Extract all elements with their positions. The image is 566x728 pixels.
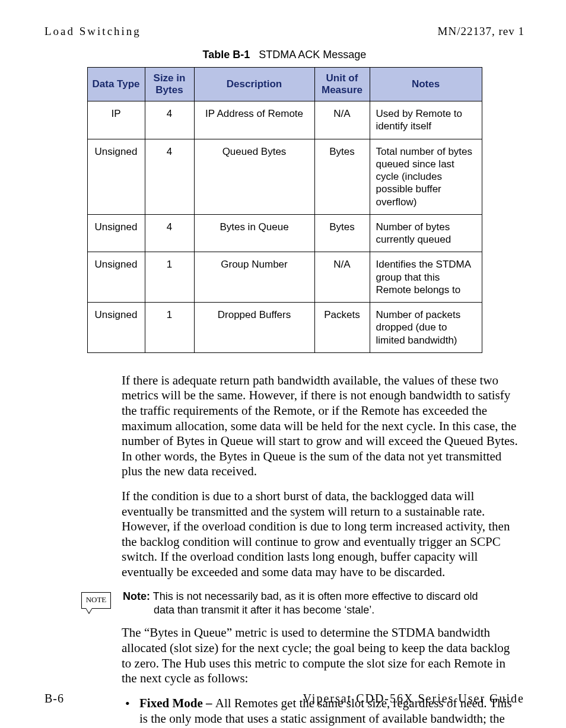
cell-size: 4 — [145, 101, 194, 139]
th-data-type: Data Type — [87, 68, 145, 101]
note-flag-icon: NOTE — [81, 592, 111, 609]
table-caption-label: Table B-1 — [203, 49, 250, 61]
body-content: If there is adequate return path bandwid… — [122, 373, 520, 728]
page-header: Load Switching MN/22137, rev 1 — [44, 25, 524, 38]
table-row: Unsigned 1 Dropped Buffers Packets Numbe… — [87, 303, 482, 353]
paragraph: If there is adequate return path bandwid… — [122, 373, 520, 479]
stdma-ack-table: Data Type Size in Bytes Description Unit… — [87, 67, 482, 353]
header-left: Load Switching — [44, 25, 141, 38]
header-right: MN/22137, rev 1 — [438, 25, 524, 38]
cell-unit: N/A — [314, 101, 370, 139]
paragraph: If the condition is due to a short burst… — [122, 489, 520, 580]
th-unit: Unit of Measure — [314, 68, 370, 101]
cell-size: 1 — [145, 252, 194, 303]
cell-unit: Bytes — [314, 139, 370, 214]
cell-unit: Packets — [314, 303, 370, 353]
th-notes: Notes — [370, 68, 482, 101]
cell-unit: N/A — [314, 252, 370, 303]
cell-description: Bytes in Queue — [194, 214, 314, 252]
cell-size: 1 — [145, 303, 194, 353]
table-caption-title: STDMA ACK Message — [259, 49, 366, 61]
th-description: Description — [194, 68, 314, 101]
cell-description: IP Address of Remote — [194, 101, 314, 139]
th-size: Size in Bytes — [145, 68, 194, 101]
note-line1: This is not necessarily bad, as it is of… — [153, 590, 478, 602]
note-line2: data than transmit it after it has becom… — [123, 603, 520, 617]
cell-data-type: Unsigned — [87, 139, 145, 214]
cell-description: Group Number — [194, 252, 314, 303]
footer-guide-title: Vipersat CDD-56X Series User Guide — [303, 692, 524, 705]
table-caption: Table B-1 STDMA ACK Message — [44, 49, 524, 61]
cell-notes: Used by Remote to identify itself — [370, 101, 482, 139]
cell-size: 4 — [145, 214, 194, 252]
footer-page-number: B-6 — [44, 692, 64, 705]
note-text: Note: This is not necessarily bad, as it… — [123, 590, 520, 618]
cell-description: Queued Bytes — [194, 139, 314, 214]
table-row: Unsigned 4 Bytes in Queue Bytes Number o… — [87, 214, 482, 252]
page: Load Switching MN/22137, rev 1 Table B-1… — [0, 0, 566, 728]
cell-notes: Number of packets dropped (due to limite… — [370, 303, 482, 353]
cell-size: 4 — [145, 139, 194, 214]
table-header-row: Data Type Size in Bytes Description Unit… — [87, 68, 482, 101]
table-row: Unsigned 4 Queued Bytes Bytes Total numb… — [87, 139, 482, 214]
cell-data-type: Unsigned — [87, 252, 145, 303]
page-footer: B-6 Vipersat CDD-56X Series User Guide — [44, 692, 524, 705]
note-block: NOTE Note: This is not necessarily bad, … — [81, 590, 520, 618]
cell-data-type: Unsigned — [87, 303, 145, 353]
table-row: Unsigned 1 Group Number N/A Identifies t… — [87, 252, 482, 303]
table-row: IP 4 IP Address of Remote N/A Used by Re… — [87, 101, 482, 139]
cell-unit: Bytes — [314, 214, 370, 252]
cell-notes: Number of bytes currently queued — [370, 214, 482, 252]
cell-data-type: Unsigned — [87, 214, 145, 252]
cell-data-type: IP — [87, 101, 145, 139]
cell-notes: Identifies the STDMA group that this Rem… — [370, 252, 482, 303]
paragraph: The “Bytes in Queue” metric is used to d… — [122, 625, 520, 686]
cell-notes: Total number of bytes queued since last … — [370, 139, 482, 214]
cell-description: Dropped Buffers — [194, 303, 314, 353]
note-lead: Note: — [123, 590, 150, 602]
